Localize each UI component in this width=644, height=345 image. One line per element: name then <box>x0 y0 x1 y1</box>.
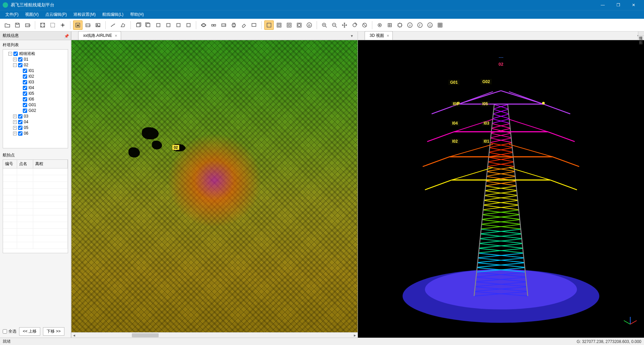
list-row[interactable] <box>3 209 68 215</box>
list-row[interactable] <box>3 229 68 235</box>
list-row[interactable] <box>3 242 68 249</box>
list-row[interactable] <box>3 189 68 195</box>
tree-root[interactable]: −精细巡检 <box>8 51 67 57</box>
list-row[interactable] <box>3 195 68 202</box>
tab-close-icon[interactable]: × <box>387 33 389 38</box>
tool-view-top[interactable] <box>174 20 183 30</box>
scroll-left-icon[interactable]: ◂ <box>71 333 77 338</box>
tower-marker-02[interactable]: 02 <box>172 145 179 150</box>
label3d-G01[interactable]: G01 <box>448 80 460 85</box>
tab-close-icon[interactable]: × <box>115 33 117 38</box>
label3d-I02[interactable]: I02 <box>450 139 460 144</box>
tower-checkbox[interactable] <box>18 57 22 62</box>
tree-point-I05[interactable]: I05 <box>18 91 67 96</box>
menu-item-4[interactable]: 航线编辑(L) <box>99 10 127 19</box>
close-button[interactable]: ✕ <box>626 0 641 10</box>
col-id[interactable]: 编号 <box>3 160 17 168</box>
menu-item-0[interactable]: 文件(F) <box>2 10 22 19</box>
tree-point-I04[interactable]: I04 <box>18 85 67 91</box>
tool-d-button[interactable]: D <box>305 20 314 30</box>
tool-view-front[interactable] <box>133 20 143 30</box>
toggle-icon[interactable]: + <box>13 58 17 61</box>
toggle-icon[interactable]: + <box>13 120 17 124</box>
tool-measure-line[interactable] <box>108 20 118 30</box>
tree-tower-01[interactable]: +01 <box>13 57 67 62</box>
tool-box-plus[interactable] <box>395 20 405 30</box>
tool-layer-d[interactable] <box>294 20 304 30</box>
canvas-2d[interactable]: 02 <box>71 40 358 332</box>
select-all-input[interactable] <box>3 329 7 334</box>
tool-lab[interactable]: LAB <box>23 20 32 30</box>
move-up-button[interactable]: << 上移 <box>19 327 40 336</box>
label3d-I05[interactable]: I05 <box>481 101 490 107</box>
list-row[interactable] <box>3 215 68 222</box>
list-row[interactable] <box>3 202 68 209</box>
point-checkbox[interactable] <box>23 109 27 113</box>
toggle-icon[interactable]: + <box>13 126 17 130</box>
tool-fit[interactable] <box>38 20 47 30</box>
tool-print[interactable] <box>229 20 238 30</box>
tree-point-I02[interactable]: I02 <box>18 74 67 79</box>
scrollbar-horizontal[interactable]: ◂ ▸ <box>71 332 358 338</box>
tree-tower-06[interactable]: +06 <box>13 131 67 136</box>
photo-points-list[interactable]: 编号 点名 高程 <box>3 159 68 253</box>
tool-label[interactable]: LAB <box>219 20 228 30</box>
point-checkbox[interactable] <box>23 97 27 101</box>
tree-point-I01[interactable]: I01 <box>18 68 67 74</box>
move-down-button[interactable]: 下移 >> <box>43 327 64 336</box>
tool-f-btn[interactable]: F <box>415 20 425 30</box>
tool-layer-a[interactable] <box>264 20 274 30</box>
tree-point-I03[interactable]: I03 <box>18 79 67 85</box>
point-checkbox[interactable] <box>23 86 27 90</box>
tower-tree[interactable]: −精细巡检+01−02I01I02I03I04I05I06G01G02+03+0… <box>3 49 68 148</box>
tree-tower-02[interactable]: −02 <box>13 62 67 68</box>
tool-view-right[interactable] <box>154 20 163 30</box>
tree-tower-05[interactable]: +05 <box>13 125 67 131</box>
toggle-icon[interactable]: + <box>13 115 17 118</box>
tool-snap[interactable] <box>209 20 218 30</box>
tool-image[interactable] <box>93 20 103 30</box>
menu-item-2[interactable]: 点云编辑(P) <box>42 10 70 19</box>
list-row[interactable] <box>3 222 68 229</box>
tool-zoom-out[interactable] <box>330 20 339 30</box>
label3d-I03[interactable]: I03 <box>482 121 491 126</box>
tool-view-bottom[interactable] <box>184 20 193 30</box>
tool-pan[interactable] <box>58 20 67 30</box>
tool-layer-c[interactable] <box>284 20 294 30</box>
list-row[interactable] <box>3 235 68 242</box>
menu-item-5[interactable]: 帮助(H) <box>127 10 147 19</box>
menu-item-3[interactable]: 巡检设置(M) <box>70 10 99 19</box>
label3d-I06[interactable]: I06 <box>451 101 460 107</box>
label3d-G02[interactable]: G02 <box>481 79 492 84</box>
tree-point-I06[interactable]: I06 <box>18 96 67 102</box>
col-name[interactable]: 点名 <box>17 160 33 168</box>
point-checkbox[interactable] <box>23 80 27 84</box>
pin-icon[interactable]: 📌 <box>64 34 68 38</box>
list-row[interactable] <box>3 175 68 182</box>
toggle-icon[interactable]: − <box>13 63 17 67</box>
tree-point-G02[interactable]: G02 <box>18 108 67 114</box>
tool-erase[interactable] <box>239 20 249 30</box>
list-row[interactable] <box>3 168 68 175</box>
tool-save[interactable] <box>13 20 22 30</box>
tool-view-left[interactable] <box>144 20 153 30</box>
maximize-button[interactable]: ❐ <box>610 0 626 10</box>
tool-orbit[interactable] <box>199 20 208 30</box>
tool-box-center[interactable] <box>385 20 394 30</box>
canvas-3d[interactable]: ⎯⎯ 02 G01G02I06I05I04I03I02I01 <box>358 40 644 338</box>
tool-layer-b[interactable] <box>274 20 284 30</box>
tab-airline[interactable]: xx线路.AIRLINE × <box>78 31 121 40</box>
tool-view-back[interactable] <box>164 20 173 30</box>
tool-h-color[interactable]: H <box>73 20 83 30</box>
label3d-I04[interactable]: I04 <box>450 121 460 126</box>
toggle-icon[interactable]: + <box>13 132 17 135</box>
tree-tower-03[interactable]: +03 <box>13 114 67 119</box>
tower-checkbox[interactable] <box>18 63 22 67</box>
select-all-checkbox[interactable]: 全选 <box>3 329 16 334</box>
tree-point-G01[interactable]: G01 <box>18 102 67 108</box>
list-row[interactable] <box>3 182 68 189</box>
tool-grid-btn[interactable] <box>435 20 445 30</box>
minimize-button[interactable]: — <box>595 0 610 10</box>
label3d-I01[interactable]: I01 <box>482 139 491 144</box>
point-checkbox[interactable] <box>23 69 27 73</box>
